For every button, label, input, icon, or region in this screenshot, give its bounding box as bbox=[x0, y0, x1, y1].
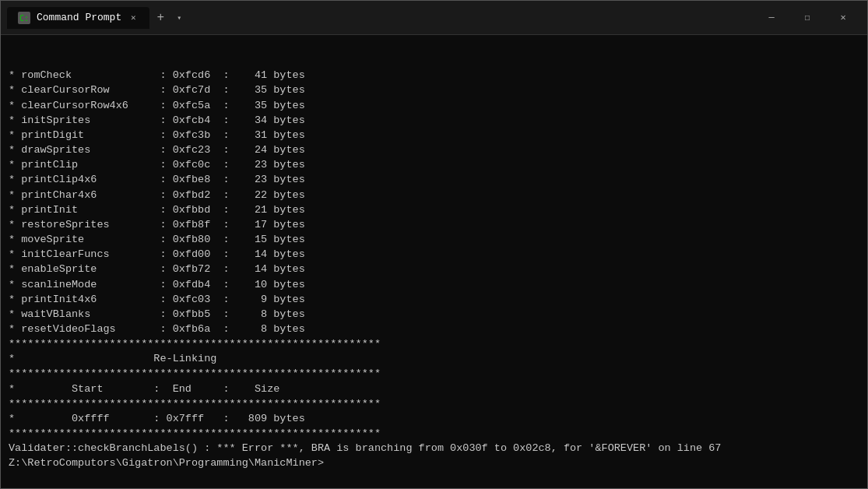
terminal-line: * Start : End : Size bbox=[9, 382, 859, 396]
terminal-line: * printInit : 0xfbbd : 21 bytes bbox=[9, 202, 859, 217]
terminal-line: * resetVideoFlags : 0xfb6a : 8 bytes bbox=[9, 322, 859, 336]
terminal-line: * printChar4x6 : 0xfbd2 : 22 bytes bbox=[9, 188, 859, 202]
terminal-line: * waitVBlanks : 0xfbb5 : 8 bytes bbox=[9, 307, 859, 322]
terminal-line: * printInit4x6 : 0xfc03 : 9 bytes bbox=[9, 292, 859, 307]
terminal-line: * printClip : 0xfc0c : 23 bytes bbox=[9, 157, 859, 172]
terminal-body[interactable]: * romCheck : 0xfcd6 : 41 bytes* clearCur… bbox=[1, 35, 867, 488]
window: C: Command Prompt ✕ + ▾ — ☐ ✕ * romCheck… bbox=[0, 0, 868, 489]
terminal-line: * restoreSprites : 0xfb8f : 17 bytes bbox=[9, 217, 859, 232]
tab-area: C: Command Prompt ✕ + ▾ bbox=[7, 7, 754, 29]
terminal-line: ****************************************… bbox=[9, 336, 859, 351]
terminal-line: * enableSprite : 0xfb72 : 14 bytes bbox=[9, 262, 859, 276]
terminal-line: * Re-Linking bbox=[9, 351, 859, 366]
window-controls: — ☐ ✕ bbox=[754, 5, 861, 30]
new-tab-button[interactable]: + bbox=[149, 7, 171, 29]
maximize-button[interactable]: ☐ bbox=[789, 5, 825, 30]
terminal-line: Z:\RetroComputors\Gigatron\Programming\M… bbox=[9, 456, 859, 470]
terminal-line: * initClearFuncs : 0xfd00 : 14 bytes bbox=[9, 247, 859, 262]
terminal-line: * scanlineMode : 0xfdb4 : 10 bytes bbox=[9, 277, 859, 292]
close-button[interactable]: ✕ bbox=[825, 5, 861, 30]
terminal-line: ****************************************… bbox=[9, 396, 859, 411]
terminal-line: * drawSprites : 0xfc23 : 24 bytes bbox=[9, 142, 859, 157]
terminal-line: * clearCursorRow : 0xfc7d : 35 bytes bbox=[9, 83, 859, 97]
terminal-line: * printDigit : 0xfc3b : 31 bytes bbox=[9, 128, 859, 142]
svg-text:C:: C: bbox=[19, 14, 29, 23]
terminal-line: * moveSprite : 0xfb80 : 15 bytes bbox=[9, 232, 859, 247]
terminal-line: * clearCursorRow4x6 : 0xfc5a : 35 bytes bbox=[9, 98, 859, 113]
tab-command-prompt[interactable]: C: Command Prompt ✕ bbox=[7, 7, 149, 29]
title-bar: C: Command Prompt ✕ + ▾ — ☐ ✕ bbox=[1, 1, 867, 35]
minimize-button[interactable]: — bbox=[754, 5, 789, 30]
terminal-line: * initSprites : 0xfcb4 : 34 bytes bbox=[9, 113, 859, 128]
terminal-icon: C: bbox=[18, 12, 30, 24]
terminal-line: Validater::checkBranchLabels() : *** Err… bbox=[9, 441, 859, 456]
terminal-line: ****************************************… bbox=[9, 426, 859, 441]
tab-close-button[interactable]: ✕ bbox=[128, 12, 139, 23]
tab-label: Command Prompt bbox=[37, 12, 121, 23]
tab-dropdown-button[interactable]: ▾ bbox=[171, 7, 187, 29]
terminal-line: ****************************************… bbox=[9, 366, 859, 381]
terminal-line: * printClip4x6 : 0xfbe8 : 23 bytes bbox=[9, 172, 859, 187]
terminal-line: * 0xffff : 0x7fff : 809 bytes bbox=[9, 411, 859, 426]
terminal-line: * romCheck : 0xfcd6 : 41 bytes bbox=[9, 68, 859, 83]
